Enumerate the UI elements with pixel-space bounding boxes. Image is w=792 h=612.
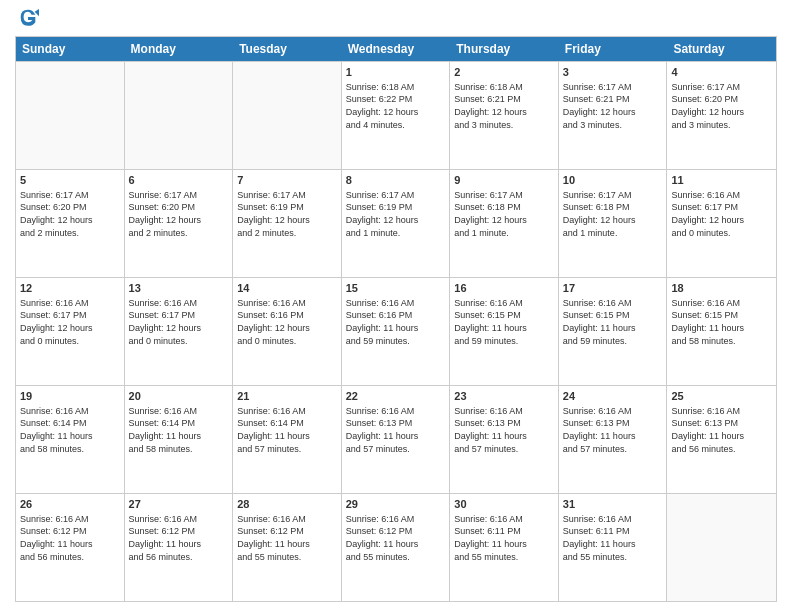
day-number: 4 [671, 65, 772, 80]
calendar-row: 5Sunrise: 6:17 AM Sunset: 6:20 PM Daylig… [16, 169, 776, 277]
calendar-cell: 22Sunrise: 6:16 AM Sunset: 6:13 PM Dayli… [342, 386, 451, 493]
day-number: 28 [237, 497, 337, 512]
calendar-cell [233, 62, 342, 169]
day-number: 10 [563, 173, 663, 188]
calendar-cell: 3Sunrise: 6:17 AM Sunset: 6:21 PM Daylig… [559, 62, 668, 169]
cell-info: Sunrise: 6:16 AM Sunset: 6:12 PM Dayligh… [237, 513, 337, 563]
cell-info: Sunrise: 6:16 AM Sunset: 6:14 PM Dayligh… [237, 405, 337, 455]
svg-marker-0 [35, 9, 39, 16]
cell-info: Sunrise: 6:16 AM Sunset: 6:17 PM Dayligh… [129, 297, 229, 347]
cell-info: Sunrise: 6:18 AM Sunset: 6:22 PM Dayligh… [346, 81, 446, 131]
calendar-cell: 5Sunrise: 6:17 AM Sunset: 6:20 PM Daylig… [16, 170, 125, 277]
cell-info: Sunrise: 6:16 AM Sunset: 6:16 PM Dayligh… [346, 297, 446, 347]
day-number: 5 [20, 173, 120, 188]
day-number: 14 [237, 281, 337, 296]
cell-info: Sunrise: 6:17 AM Sunset: 6:20 PM Dayligh… [20, 189, 120, 239]
cell-info: Sunrise: 6:18 AM Sunset: 6:21 PM Dayligh… [454, 81, 554, 131]
calendar-cell: 8Sunrise: 6:17 AM Sunset: 6:19 PM Daylig… [342, 170, 451, 277]
calendar-cell: 1Sunrise: 6:18 AM Sunset: 6:22 PM Daylig… [342, 62, 451, 169]
calendar-cell: 12Sunrise: 6:16 AM Sunset: 6:17 PM Dayli… [16, 278, 125, 385]
day-number: 19 [20, 389, 120, 404]
day-number: 8 [346, 173, 446, 188]
calendar-cell [125, 62, 234, 169]
day-number: 11 [671, 173, 772, 188]
day-number: 9 [454, 173, 554, 188]
day-number: 21 [237, 389, 337, 404]
calendar-row: 26Sunrise: 6:16 AM Sunset: 6:12 PM Dayli… [16, 493, 776, 601]
calendar-cell: 6Sunrise: 6:17 AM Sunset: 6:20 PM Daylig… [125, 170, 234, 277]
calendar-header-day: Tuesday [233, 37, 342, 61]
calendar-cell: 31Sunrise: 6:16 AM Sunset: 6:11 PM Dayli… [559, 494, 668, 601]
cell-info: Sunrise: 6:17 AM Sunset: 6:21 PM Dayligh… [563, 81, 663, 131]
day-number: 20 [129, 389, 229, 404]
calendar-cell: 23Sunrise: 6:16 AM Sunset: 6:13 PM Dayli… [450, 386, 559, 493]
calendar-row: 1Sunrise: 6:18 AM Sunset: 6:22 PM Daylig… [16, 61, 776, 169]
day-number: 26 [20, 497, 120, 512]
day-number: 18 [671, 281, 772, 296]
cell-info: Sunrise: 6:17 AM Sunset: 6:20 PM Dayligh… [671, 81, 772, 131]
calendar-cell: 26Sunrise: 6:16 AM Sunset: 6:12 PM Dayli… [16, 494, 125, 601]
cell-info: Sunrise: 6:16 AM Sunset: 6:17 PM Dayligh… [671, 189, 772, 239]
calendar-cell: 4Sunrise: 6:17 AM Sunset: 6:20 PM Daylig… [667, 62, 776, 169]
cell-info: Sunrise: 6:16 AM Sunset: 6:11 PM Dayligh… [563, 513, 663, 563]
day-number: 29 [346, 497, 446, 512]
calendar-row: 19Sunrise: 6:16 AM Sunset: 6:14 PM Dayli… [16, 385, 776, 493]
day-number: 15 [346, 281, 446, 296]
calendar-cell: 20Sunrise: 6:16 AM Sunset: 6:14 PM Dayli… [125, 386, 234, 493]
calendar-header-day: Sunday [16, 37, 125, 61]
calendar-cell: 2Sunrise: 6:18 AM Sunset: 6:21 PM Daylig… [450, 62, 559, 169]
cell-info: Sunrise: 6:16 AM Sunset: 6:14 PM Dayligh… [129, 405, 229, 455]
calendar-header-day: Saturday [667, 37, 776, 61]
calendar-cell: 19Sunrise: 6:16 AM Sunset: 6:14 PM Dayli… [16, 386, 125, 493]
calendar-cell: 14Sunrise: 6:16 AM Sunset: 6:16 PM Dayli… [233, 278, 342, 385]
day-number: 23 [454, 389, 554, 404]
day-number: 30 [454, 497, 554, 512]
cell-info: Sunrise: 6:16 AM Sunset: 6:16 PM Dayligh… [237, 297, 337, 347]
day-number: 24 [563, 389, 663, 404]
page-header [15, 10, 777, 28]
calendar-cell: 16Sunrise: 6:16 AM Sunset: 6:15 PM Dayli… [450, 278, 559, 385]
calendar-cell: 29Sunrise: 6:16 AM Sunset: 6:12 PM Dayli… [342, 494, 451, 601]
cell-info: Sunrise: 6:16 AM Sunset: 6:14 PM Dayligh… [20, 405, 120, 455]
cell-info: Sunrise: 6:16 AM Sunset: 6:12 PM Dayligh… [129, 513, 229, 563]
calendar-header-day: Wednesday [342, 37, 451, 61]
cell-info: Sunrise: 6:17 AM Sunset: 6:18 PM Dayligh… [454, 189, 554, 239]
calendar-cell: 11Sunrise: 6:16 AM Sunset: 6:17 PM Dayli… [667, 170, 776, 277]
logo [15, 10, 39, 28]
cell-info: Sunrise: 6:16 AM Sunset: 6:13 PM Dayligh… [454, 405, 554, 455]
cell-info: Sunrise: 6:16 AM Sunset: 6:13 PM Dayligh… [346, 405, 446, 455]
cell-info: Sunrise: 6:16 AM Sunset: 6:12 PM Dayligh… [20, 513, 120, 563]
calendar-body: 1Sunrise: 6:18 AM Sunset: 6:22 PM Daylig… [16, 61, 776, 601]
day-number: 27 [129, 497, 229, 512]
cell-info: Sunrise: 6:16 AM Sunset: 6:13 PM Dayligh… [671, 405, 772, 455]
cell-info: Sunrise: 6:16 AM Sunset: 6:17 PM Dayligh… [20, 297, 120, 347]
calendar-header: SundayMondayTuesdayWednesdayThursdayFrid… [16, 37, 776, 61]
calendar-cell: 13Sunrise: 6:16 AM Sunset: 6:17 PM Dayli… [125, 278, 234, 385]
calendar: SundayMondayTuesdayWednesdayThursdayFrid… [15, 36, 777, 602]
day-number: 16 [454, 281, 554, 296]
calendar-header-day: Monday [125, 37, 234, 61]
calendar-cell [16, 62, 125, 169]
calendar-cell: 21Sunrise: 6:16 AM Sunset: 6:14 PM Dayli… [233, 386, 342, 493]
cell-info: Sunrise: 6:17 AM Sunset: 6:19 PM Dayligh… [346, 189, 446, 239]
day-number: 3 [563, 65, 663, 80]
cell-info: Sunrise: 6:17 AM Sunset: 6:20 PM Dayligh… [129, 189, 229, 239]
calendar-cell: 9Sunrise: 6:17 AM Sunset: 6:18 PM Daylig… [450, 170, 559, 277]
day-number: 25 [671, 389, 772, 404]
cell-info: Sunrise: 6:16 AM Sunset: 6:15 PM Dayligh… [563, 297, 663, 347]
day-number: 31 [563, 497, 663, 512]
day-number: 6 [129, 173, 229, 188]
calendar-row: 12Sunrise: 6:16 AM Sunset: 6:17 PM Dayli… [16, 277, 776, 385]
day-number: 7 [237, 173, 337, 188]
calendar-cell: 17Sunrise: 6:16 AM Sunset: 6:15 PM Dayli… [559, 278, 668, 385]
cell-info: Sunrise: 6:16 AM Sunset: 6:15 PM Dayligh… [671, 297, 772, 347]
calendar-cell: 28Sunrise: 6:16 AM Sunset: 6:12 PM Dayli… [233, 494, 342, 601]
calendar-cell: 24Sunrise: 6:16 AM Sunset: 6:13 PM Dayli… [559, 386, 668, 493]
day-number: 17 [563, 281, 663, 296]
cell-info: Sunrise: 6:16 AM Sunset: 6:15 PM Dayligh… [454, 297, 554, 347]
calendar-cell: 10Sunrise: 6:17 AM Sunset: 6:18 PM Dayli… [559, 170, 668, 277]
day-number: 2 [454, 65, 554, 80]
calendar-cell: 27Sunrise: 6:16 AM Sunset: 6:12 PM Dayli… [125, 494, 234, 601]
calendar-cell [667, 494, 776, 601]
calendar-header-day: Friday [559, 37, 668, 61]
